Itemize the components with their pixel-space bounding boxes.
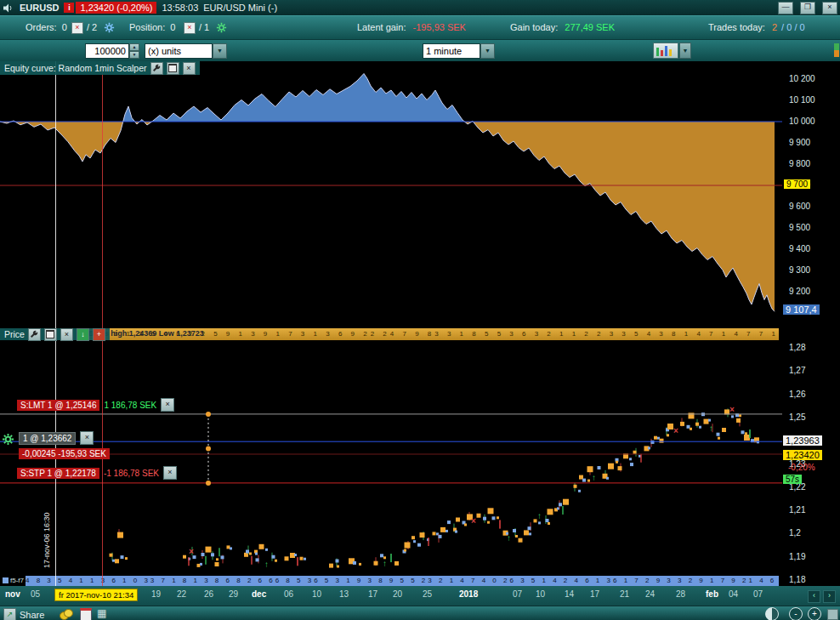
resize-grip-icon[interactable] <box>827 609 838 620</box>
equity-settings-wrench-icon[interactable] <box>150 62 163 75</box>
time-axis-label: 10 <box>536 589 545 599</box>
clock-label: 13:58:03 <box>162 3 198 13</box>
timeframe-dropdown[interactable]: 1 minute ▼ <box>423 43 495 59</box>
minimize-button[interactable]: — <box>778 2 793 14</box>
chart-style-bar-blue <box>665 46 667 56</box>
units-dropdown[interactable]: (x) units ▼ <box>145 43 227 59</box>
equity-y-label: 9 600 <box>789 202 810 211</box>
price-y-label: 1,18 <box>789 575 805 584</box>
chart-style-button[interactable] <box>653 43 678 59</box>
axis-scroll-left-icon[interactable]: ‹ <box>808 590 820 603</box>
close-position-x-icon[interactable]: × <box>80 431 94 445</box>
price-buy-arrow-icon[interactable]: ↓ <box>77 328 89 341</box>
info-icon[interactable]: i <box>64 3 74 13</box>
position-diff-row: -0,00245 -195,93 SEK <box>19 448 110 459</box>
chart-style-bar-yellow <box>669 49 672 56</box>
symbol-label: EURUSD <box>20 3 59 13</box>
strip-legend-icon <box>3 577 9 583</box>
position-badge[interactable]: 1 @ 1,23662 <box>19 432 76 445</box>
time-axis-label: nov <box>5 589 20 599</box>
svg-text:↑: ↑ <box>537 511 542 520</box>
svg-text:↑: ↑ <box>592 473 596 482</box>
cursor-time-badge: fr 2017-nov-10 21:34 <box>54 589 138 601</box>
equity-y-label: 9 400 <box>789 244 810 253</box>
cursor-timestamp-vertical: 17-nov-06 16:30 <box>43 512 51 568</box>
svg-text:↑: ↑ <box>507 533 511 543</box>
chart-style-bar-green <box>656 48 659 56</box>
price-panel-header: Price × ↓ + <box>0 328 110 340</box>
limit-order-badge[interactable]: S:LMT 1 @ 1,25146 <box>17 400 99 411</box>
quantity-stepper[interactable]: ▲▼ <box>129 43 139 59</box>
cancel-orders-icon[interactable]: × <box>71 22 83 34</box>
position-denominator: / 1 <box>199 22 209 32</box>
orders-denominator: / 2 <box>87 22 97 32</box>
units-dropdown-arrow-icon[interactable]: ▼ <box>213 43 227 59</box>
zoom-in-button[interactable]: + <box>808 607 821 620</box>
units-selected-value: (x) units <box>145 43 213 59</box>
price-chart-svg[interactable]: ×↑↑×↑↑↑×↑× <box>0 340 782 577</box>
price-window-icon[interactable] <box>44 328 57 341</box>
latent-gain-value: -195,93 SEK <box>413 22 466 32</box>
close-position-icon[interactable]: × <box>184 22 196 34</box>
svg-text:↑: ↑ <box>383 559 387 568</box>
orders-settings-gear-icon[interactable] <box>104 22 115 35</box>
time-axis-label: 25 <box>423 589 432 599</box>
grid-icon[interactable]: ▦ <box>97 608 106 618</box>
trades-today-rest: / 0 / 0 <box>781 22 805 32</box>
chart-style-bar-red <box>661 50 663 56</box>
axis-scroll-right-icon[interactable]: › <box>823 590 836 603</box>
stop-order-row: S:STP 1 @ 1,22178 -1 186,78 SEK × <box>17 466 177 480</box>
close-button[interactable]: × <box>822 2 837 14</box>
quantity-decrement[interactable]: ▼ <box>129 51 139 59</box>
price-y-label: 1,2 <box>789 528 801 538</box>
docked-panel-edge-icon[interactable] <box>834 43 839 57</box>
price-settings-wrench-icon[interactable] <box>28 328 41 341</box>
cancel-stop-icon[interactable]: × <box>163 466 177 480</box>
stop-order-badge[interactable]: S:STP 1 @ 1,22178 <box>17 468 99 479</box>
maximize-button[interactable]: ❐ <box>800 2 815 14</box>
time-axis-label: feb <box>706 589 718 599</box>
time-axis-label: 21 <box>620 589 629 599</box>
gain-today: Gain today: 277,49 SEK <box>510 22 615 32</box>
cancel-limit-icon[interactable]: × <box>161 398 174 412</box>
equity-y-label: 10 000 <box>789 117 815 126</box>
share-label: Share <box>20 610 44 620</box>
equity-close-icon[interactable]: × <box>183 62 196 75</box>
equity-window-icon[interactable] <box>167 62 179 75</box>
share-button[interactable]: ↗ Share <box>3 608 44 620</box>
time-axis-label: 13 <box>339 589 349 599</box>
timeframe-selected-value: 1 minute <box>423 43 480 59</box>
share-arrow-icon: ↗ <box>3 608 16 620</box>
theme-toggle-icon[interactable] <box>765 607 779 620</box>
position-settings-gear-icon[interactable] <box>216 22 227 35</box>
volume-strip-numbers: 4 8 3 5 4 1 1 3 6 1 0 33 7 1 8 1 3 8 6 8… <box>26 576 779 586</box>
equity-y-label: 10 200 <box>789 74 815 83</box>
time-axis-label: 19 <box>151 589 161 599</box>
position-diff-badge: -0,00245 -195,93 SEK <box>19 448 110 459</box>
zoom-out-button[interactable]: - <box>789 607 803 620</box>
chart-style-dropdown-arrow-icon[interactable]: ▼ <box>679 43 691 59</box>
toolbar: 100000 ▲▼ (x) units ▼ 1 minute ▼ ▼ <box>0 39 840 61</box>
time-axis-label: 10 <box>312 589 321 599</box>
bar-countdown-badge: 57s <box>783 475 802 484</box>
order-position-bar: Orders: 0 × / 2 Position: 0 × / 1 Latent… <box>0 15 840 39</box>
speaker-icon[interactable] <box>3 3 14 13</box>
last-price-badge: 1,23963 <box>783 435 822 446</box>
strategy-gear-icon[interactable] <box>2 433 14 447</box>
calendar-icon[interactable] <box>80 608 92 620</box>
quantity-increment[interactable]: ▲ <box>129 43 139 51</box>
time-axis-label: 28 <box>676 589 685 599</box>
trades-today: Trades today: 2 / 0 / 0 <box>708 22 805 32</box>
timeframe-dropdown-arrow-icon[interactable]: ▼ <box>480 43 495 59</box>
price-close-icon[interactable]: × <box>60 328 73 341</box>
price-sell-marker-icon[interactable]: + <box>93 328 105 341</box>
trade-duration-strip: 35 7 3 1 3 5 4 6 2 2 5 9 1 3 9 1 7 3 1 3… <box>82 328 779 340</box>
equity-chart-svg[interactable] <box>0 61 782 328</box>
latent-gain: Latent gain: -195,93 SEK <box>357 22 466 32</box>
stop-gain-label: -1 186,78 SEK <box>104 469 159 478</box>
gain-today-value: 277,49 SEK <box>565 22 615 32</box>
time-axis-label: 17 <box>590 589 599 599</box>
time-axis[interactable]: nov0519222629dec061013172025201807101417… <box>0 586 840 606</box>
price-y-label: 1,28 <box>789 343 805 352</box>
quantity-input[interactable]: 100000 <box>85 43 129 59</box>
